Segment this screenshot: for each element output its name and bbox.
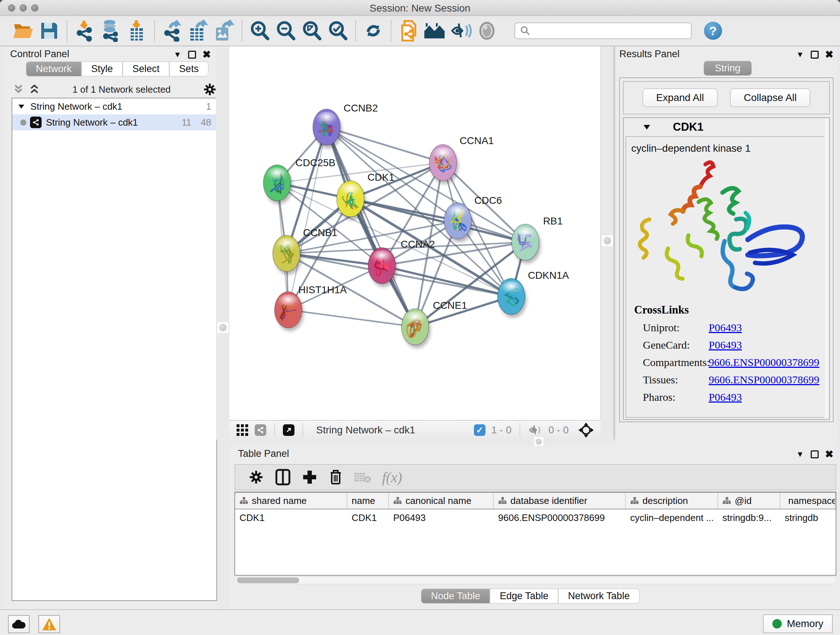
edge-CCNB2-HIST1H1A[interactable] <box>288 127 327 310</box>
table-options-gear-icon[interactable] <box>248 469 264 485</box>
open-session-button[interactable] <box>10 19 36 43</box>
cell-description[interactable]: cyclin–dependent ... <box>626 509 718 526</box>
zoom-fit-button[interactable] <box>299 19 325 43</box>
table-horizontal-scrollbar[interactable] <box>234 576 836 584</box>
cell-shared-name[interactable]: CDK1 <box>235 509 347 526</box>
network-row-selected[interactable]: String Network – cdk1 11 48 <box>12 114 216 130</box>
float-panel-icon[interactable] <box>811 51 819 59</box>
edge-CCNA2-CDKN1A[interactable] <box>382 266 512 296</box>
tab-string[interactable]: String <box>704 61 752 76</box>
export-table-button[interactable] <box>185 19 211 43</box>
results-scrollbar[interactable] <box>824 119 829 418</box>
node-CCNB2[interactable] <box>313 109 342 149</box>
string-protein-query-button[interactable] <box>396 19 422 43</box>
column-header-namespace[interactable]: namespace <box>780 493 836 509</box>
collapse-all-button[interactable]: Collapse All <box>730 88 810 107</box>
import-network-database-button[interactable] <box>98 19 124 43</box>
scrollbar-thumb[interactable] <box>237 578 299 583</box>
crosslink-link[interactable]: 9606.ENSP00000378699 <box>709 356 819 368</box>
home-button[interactable] <box>422 19 448 43</box>
tab-style[interactable]: Style <box>81 62 123 76</box>
tab-network[interactable]: Network <box>26 62 81 76</box>
close-panel-icon[interactable]: ✖ <box>202 49 211 60</box>
node-CCNE1[interactable] <box>401 309 431 348</box>
hidden-eye-icon[interactable] <box>528 424 543 436</box>
birdseye-grid-icon[interactable] <box>236 424 249 437</box>
edge-HIST1H1A-CCNE1[interactable] <box>288 310 415 327</box>
column-header-database-identifier[interactable]: database identifier <box>494 493 626 509</box>
tab-sets[interactable]: Sets <box>169 62 208 76</box>
node-CCNB1[interactable] <box>273 235 302 275</box>
column-header--id[interactable]: @id <box>718 493 780 509</box>
crosslink-link[interactable]: 9606.ENSP00000378699 <box>709 374 819 386</box>
cell-database-identifier[interactable]: 9606.ENSP00000378699 <box>494 509 626 526</box>
network-canvas[interactable]: CCNB2CCNA1CDC25BCDK1CDC6RB1CCNB1CCNA2CDK… <box>229 46 600 420</box>
zoom-selected-button[interactable] <box>325 19 351 43</box>
zoom-out-button[interactable] <box>273 19 299 43</box>
delete-column-trash-icon[interactable] <box>328 469 343 486</box>
tab-network-table[interactable]: Network Table <box>558 589 639 603</box>
search-input[interactable] <box>531 25 682 36</box>
expander-triangle-icon[interactable] <box>17 103 25 110</box>
add-column-plus-icon[interactable] <box>302 469 317 485</box>
hide-panels-button[interactable] <box>448 19 474 43</box>
crosslink-link[interactable]: P06493 <box>709 321 742 333</box>
string-settings-icon[interactable] <box>255 424 266 436</box>
network-collection-row[interactable]: String Network – cdk1 1 <box>12 98 216 114</box>
cell-name[interactable]: CDK1 <box>347 509 389 526</box>
node-CCNA2[interactable] <box>368 248 398 287</box>
collapse-panel-icon[interactable]: ▼ <box>796 450 804 459</box>
import-network-file-button[interactable] <box>72 19 98 43</box>
search-box[interactable] <box>515 22 692 39</box>
fit-selected-crosshair-icon[interactable] <box>578 422 594 438</box>
close-panel-icon[interactable]: ✖ <box>825 49 834 60</box>
table-row[interactable]: CDK1CDK1P064939606.ENSP00000378699cyclin… <box>235 509 836 526</box>
cell-namespace[interactable]: stringdb <box>780 509 836 526</box>
tab-select[interactable]: Select <box>123 62 169 76</box>
zoom-in-button[interactable] <box>247 19 273 43</box>
edge-CCNB2-CCNE1[interactable] <box>327 127 415 326</box>
expand-all-button[interactable]: Expand All <box>643 88 718 107</box>
selected-nodes-checkbox-icon[interactable]: ✓ <box>474 424 485 436</box>
expand-all-chevron-icon[interactable] <box>12 84 25 95</box>
collapse-all-chevron-icon[interactable] <box>28 84 41 95</box>
vertical-splitter-right[interactable] <box>600 46 615 440</box>
show-columns-icon[interactable] <box>275 469 291 486</box>
node-RB1[interactable] <box>512 224 541 264</box>
import-table-file-button[interactable] <box>124 19 150 43</box>
export-network-button[interactable] <box>159 19 185 43</box>
tab-node-table[interactable]: Node Table <box>421 589 490 603</box>
memory-button[interactable]: Memory <box>763 614 833 633</box>
tab-edge-table[interactable]: Edge Table <box>490 589 558 603</box>
column-header-canonical-name[interactable]: canonical name <box>389 493 494 509</box>
edge-CCNB2-CCNA1[interactable] <box>327 127 443 163</box>
save-session-button[interactable] <box>36 19 62 43</box>
collapse-panel-icon[interactable]: ▼ <box>174 50 182 59</box>
crosslink-link[interactable]: P06493 <box>709 391 742 403</box>
vertical-splitter-left[interactable] <box>216 46 229 440</box>
node-CDC6[interactable] <box>444 203 473 242</box>
float-panel-icon[interactable] <box>188 51 196 59</box>
section-expander-triangle-icon[interactable] <box>643 124 651 131</box>
column-header-description[interactable]: description <box>626 493 718 509</box>
cell--id[interactable]: stringdb:9... <box>718 509 780 526</box>
network-options-gear-icon[interactable] <box>202 82 217 97</box>
refresh-button[interactable] <box>360 19 386 43</box>
level-of-detail-button[interactable] <box>474 19 500 43</box>
node-HIST1H1A[interactable] <box>275 292 304 331</box>
crosslink-link[interactable]: P06493 <box>709 339 742 351</box>
help-button[interactable]: ? <box>704 22 722 40</box>
collapse-panel-icon[interactable]: ▼ <box>796 50 804 59</box>
node-section-header[interactable]: CDK1 <box>624 118 829 136</box>
warnings-button[interactable] <box>38 615 60 633</box>
close-panel-icon[interactable]: ✖ <box>825 448 834 460</box>
node-CDKN1A[interactable] <box>497 279 527 318</box>
column-header-shared-name[interactable]: shared name <box>235 493 347 509</box>
open-in-browser-icon[interactable] <box>283 424 294 436</box>
node-table[interactable]: shared namenamecanonical namedatabase id… <box>234 492 836 576</box>
float-panel-icon[interactable] <box>811 450 819 458</box>
cell-canonical-name[interactable]: P06493 <box>389 509 494 526</box>
column-header-name[interactable]: name <box>347 493 389 509</box>
export-image-button[interactable] <box>211 19 237 43</box>
cloud-button[interactable] <box>8 615 30 633</box>
